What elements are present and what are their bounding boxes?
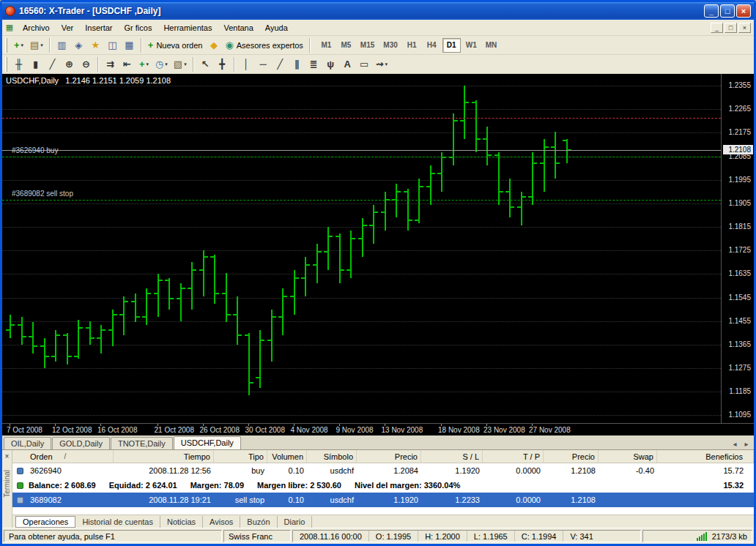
terminal-close-button[interactable]: × <box>3 452 12 461</box>
pitchfork-button[interactable]: ψ <box>322 56 339 72</box>
child-close-button[interactable]: × <box>738 23 751 33</box>
chart-shift-button[interactable]: ⇤ <box>119 56 136 72</box>
column-header-precio[interactable]: Precio <box>544 450 598 463</box>
column-header-tipo[interactable]: Tipo <box>214 450 267 463</box>
indicators-button[interactable]: +▾ <box>136 56 152 72</box>
child-minimize-button[interactable]: _ <box>711 23 723 33</box>
menu-herramientas[interactable]: Herramientas <box>158 21 218 34</box>
terminal-tab-operaciones[interactable]: Operaciones <box>15 516 75 528</box>
zoom-in-button[interactable]: ⊕ <box>61 56 78 72</box>
dropdown-caret-icon: ▾ <box>21 42 24 48</box>
order-row[interactable]: 36269402008.11.28 12:56buy0.10usdchf1.20… <box>12 463 754 478</box>
vertical-line-button[interactable]: │ <box>238 56 255 72</box>
market-watch-button[interactable]: ▥ <box>53 37 70 53</box>
data-window-button[interactable]: ◫ <box>104 37 121 53</box>
timeframe-m15[interactable]: M15 <box>357 38 378 53</box>
arrows-button[interactable]: ⇝▾ <box>373 56 390 72</box>
text-button[interactable]: A <box>339 56 356 72</box>
child-restore-button[interactable]: □ <box>724 23 737 33</box>
column-header-s-l[interactable]: S / L <box>421 450 483 463</box>
column-header-tiempo[interactable]: Tiempo <box>114 450 214 463</box>
timeframe-w1[interactable]: W1 <box>462 38 481 53</box>
menu-ayuda[interactable]: Ayuda <box>259 21 294 34</box>
terminal-tab-avisos[interactable]: Avisos <box>203 516 240 528</box>
auto-scroll-button[interactable]: ⇉ <box>102 56 119 72</box>
timeframe-h4[interactable]: H4 <box>423 38 441 53</box>
column-header-t-p[interactable]: T / P <box>483 450 544 463</box>
column-header-volumen[interactable]: Volumen <box>267 450 307 463</box>
periods-button[interactable]: ◷▾ <box>152 56 171 72</box>
price-axis[interactable]: 1.23551.22651.21751.20851.19951.19051.18… <box>721 74 754 423</box>
open-tick <box>97 337 100 339</box>
restore-button[interactable]: □ <box>720 4 735 18</box>
chart-tab-oil-daily[interactable]: OIL,Daily <box>4 437 51 449</box>
timeframe-m5[interactable]: M5 <box>337 38 355 53</box>
channel-button[interactable]: ∥ <box>289 56 305 72</box>
date-axis-label: 27 Nov 2008 <box>529 426 571 434</box>
timeframe-m30[interactable]: M30 <box>379 38 401 53</box>
terminal-tab-buz-n[interactable]: Buzón <box>240 516 277 528</box>
open-tick <box>86 327 89 329</box>
profiles-button[interactable]: ▤▾ <box>27 37 46 53</box>
terminal-table-header: Orden/TiempoTipoVolumenSímboloPrecioS / … <box>12 450 754 463</box>
column-header-swap[interactable]: Swap <box>598 450 657 463</box>
trendline-button[interactable]: ╱ <box>272 56 289 72</box>
close-tick <box>363 225 367 226</box>
text-label-button[interactable]: ▭ <box>356 56 373 72</box>
cell-precio2: 1.2108 <box>544 495 598 504</box>
tabs-scroll-left-button[interactable]: ◂ <box>729 438 741 449</box>
timeframe-mn[interactable]: MN <box>482 38 501 53</box>
chart-tab-usdchf-daily[interactable]: USDCHF,Daily <box>174 436 241 449</box>
minimize-button[interactable]: _ <box>704 4 719 18</box>
favorites-button[interactable]: ★ <box>87 37 104 53</box>
cursor-button[interactable]: ↖ <box>197 56 214 72</box>
balance-row[interactable]: Balance: 2 608.69Equidad: 2 624.01Margen… <box>12 478 754 493</box>
toolbar-grip[interactable] <box>5 38 7 53</box>
menu-gr-ficos[interactable]: Gr ficos <box>119 21 158 34</box>
menu-items: ArchivoVerInsertarGr ficosHerramientasVe… <box>17 20 294 35</box>
metaeditor-button[interactable]: ◆ <box>205 37 222 53</box>
line-chart-button[interactable]: ╱ <box>44 56 61 72</box>
horizontal-line-button[interactable]: ─ <box>255 56 272 72</box>
candlestick-button[interactable]: ▮ <box>27 56 44 72</box>
column-header-orden[interactable]: Orden/ <box>27 450 114 463</box>
new-chart-button[interactable]: +▾ <box>10 37 27 53</box>
templates-button[interactable]: ▧▾ <box>171 56 190 72</box>
navigator-button[interactable]: ◈ <box>70 37 87 53</box>
cell-tiempo: 2008.11.28 19:21 <box>114 495 214 504</box>
column-header-precio[interactable]: Precio <box>357 450 421 463</box>
terminal-panel-button[interactable]: ▦ <box>121 37 138 53</box>
status-quote-item: L: 1.1965 <box>467 531 514 542</box>
bar-chart-button[interactable]: ╫ <box>10 56 27 72</box>
date-axis[interactable]: 7 Oct 200812 Oct 200816 Oct 200821 Oct 2… <box>2 423 754 435</box>
menu-ventana[interactable]: Ventana <box>218 21 259 34</box>
expert-advisors-button[interactable]: ◉Asesores expertos <box>222 37 305 53</box>
timeframe-d1[interactable]: D1 <box>442 38 461 53</box>
column-header-beneficios[interactable]: Beneficios <box>657 450 754 463</box>
timeframe-m1[interactable]: M1 <box>317 38 336 53</box>
toolbar-grip[interactable] <box>5 57 7 72</box>
fibonacci-button[interactable]: ≣ <box>305 56 322 72</box>
terminal-tab-historial-de-cuentas[interactable]: Historial de cuentas <box>75 516 160 528</box>
zoom-out-button[interactable]: ⊖ <box>78 56 94 72</box>
tabs-scroll-right-button[interactable]: ▸ <box>741 438 752 449</box>
close-tick <box>511 206 514 208</box>
terminal-tab-diario[interactable]: Diario <box>278 516 313 528</box>
chart-canvas[interactable]: USDCHF,Daily 1.2146 1.2151 1.2059 1.2108… <box>2 74 721 423</box>
timeframe-h1[interactable]: H1 <box>403 38 421 53</box>
menu-ver[interactable]: Ver <box>56 21 80 34</box>
order-row[interactable]: 36890822008.11.28 19:21sell stop0.10usdc… <box>12 493 754 507</box>
menu-insertar[interactable]: Insertar <box>79 21 118 34</box>
terminal-tab-noticias[interactable]: Noticias <box>160 516 203 528</box>
column-header-s-mbolo[interactable]: Símbolo <box>307 450 357 463</box>
new-order-button-label: Nueva orden <box>156 41 202 50</box>
price-axis-label: 1.1725 <box>728 246 751 255</box>
chart-tab-tnote-daily[interactable]: TNOTE,Daily <box>111 437 173 449</box>
title-bar[interactable]: 16560: X-Trader - [USDCHF ,Daily] _ □ × <box>2 2 754 20</box>
new-order-button[interactable]: +Nueva orden <box>145 37 206 53</box>
open-tick <box>528 196 532 198</box>
crosshair-button[interactable]: ╋ <box>214 56 231 72</box>
chart-tab-gold-daily[interactable]: GOLD,Daily <box>52 437 110 449</box>
close-button[interactable]: × <box>736 4 751 18</box>
menu-archivo[interactable]: Archivo <box>17 21 56 34</box>
